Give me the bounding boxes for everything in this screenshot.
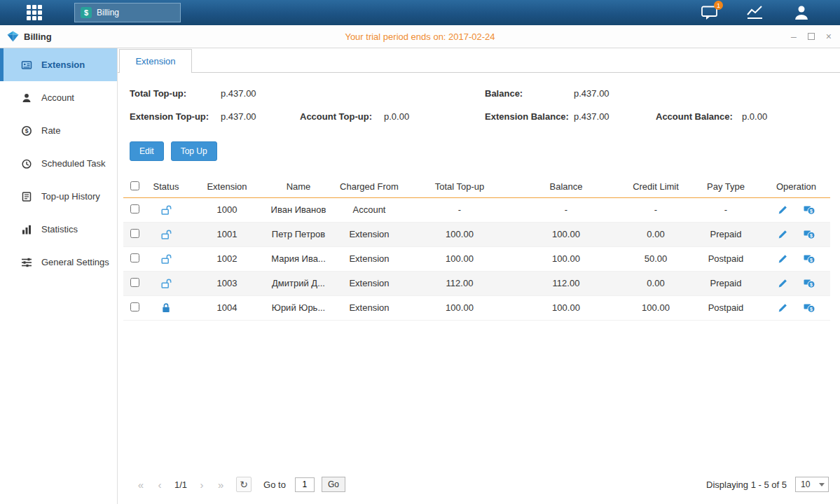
lock-status-icon[interactable] bbox=[160, 277, 172, 288]
sidebar-item-label: Rate bbox=[41, 125, 60, 136]
topup-icon[interactable]: $ bbox=[804, 204, 815, 215]
edit-icon[interactable] bbox=[778, 229, 788, 239]
refresh-icon[interactable]: ↻ bbox=[236, 477, 252, 492]
topbar-right-icons: 1 bbox=[701, 0, 811, 25]
table-header-row: Status Extension Name Charged From Total… bbox=[123, 176, 830, 197]
goto-page-input[interactable] bbox=[295, 477, 315, 492]
cell-pay-type: Prepaid bbox=[689, 222, 762, 246]
first-page-icon[interactable]: « bbox=[133, 477, 149, 492]
page-indicator: 1/1 bbox=[174, 479, 187, 490]
cell-extension: 1000 bbox=[186, 197, 268, 222]
cell-total-topup: 112.00 bbox=[409, 271, 510, 295]
col-operation: Operation bbox=[762, 176, 830, 197]
topup-icon[interactable]: $ bbox=[804, 278, 815, 288]
cell-balance: 100.00 bbox=[510, 246, 622, 271]
top-up-button[interactable]: Top Up bbox=[171, 141, 217, 161]
last-page-icon[interactable]: » bbox=[213, 477, 228, 492]
cell-credit-limit: 0.00 bbox=[622, 222, 689, 246]
sidebar-item-rate[interactable]: $ Rate bbox=[0, 114, 117, 147]
lock-status-icon[interactable] bbox=[160, 302, 172, 312]
sidebar-item-account[interactable]: Account bbox=[0, 81, 117, 114]
tab-extension[interactable]: Extension bbox=[119, 49, 192, 73]
sidebar-item-extension[interactable]: Extension bbox=[0, 48, 117, 81]
sidebar-item-scheduled-task[interactable]: Scheduled Task bbox=[0, 147, 117, 180]
cell-name: Мария Ива... bbox=[268, 246, 329, 271]
cell-credit-limit: 100.00 bbox=[622, 295, 689, 320]
topup-icon[interactable]: $ bbox=[804, 253, 815, 264]
row-checkbox[interactable] bbox=[130, 302, 139, 312]
extension-topup-label: Extension Top-up: bbox=[130, 111, 221, 122]
balance-value: p.437.00 bbox=[574, 88, 656, 99]
bar-chart-icon bbox=[21, 224, 32, 235]
minimize-icon[interactable]: – bbox=[791, 31, 797, 41]
select-all-checkbox[interactable] bbox=[130, 181, 139, 190]
edit-button[interactable]: Edit bbox=[130, 141, 164, 161]
user-account-icon[interactable] bbox=[792, 4, 811, 21]
account-person-icon bbox=[21, 92, 32, 104]
person-icon bbox=[792, 4, 811, 21]
maximize-icon[interactable] bbox=[808, 33, 815, 40]
close-icon[interactable]: × bbox=[826, 31, 832, 41]
svg-text:$: $ bbox=[810, 258, 813, 263]
row-checkbox[interactable] bbox=[130, 278, 139, 287]
content: Total Top-up: p.437.00 Balance: p.437.00… bbox=[118, 73, 840, 504]
summary-panel: Total Top-up: p.437.00 Balance: p.437.00… bbox=[118, 88, 840, 122]
prev-page-icon[interactable]: ‹ bbox=[152, 477, 167, 492]
cell-name: Дмитрий Д... bbox=[268, 271, 329, 295]
cell-credit-limit: 50.00 bbox=[622, 246, 689, 271]
account-topup-label: Account Top-up: bbox=[300, 111, 384, 122]
cell-balance: - bbox=[510, 197, 622, 222]
pagination-footer: « ‹ 1/1 › » ↻ Go to Go Displaying 1 - 5 … bbox=[118, 473, 840, 504]
balance-label: Balance: bbox=[485, 88, 574, 99]
row-checkbox[interactable] bbox=[130, 204, 139, 214]
edit-icon[interactable] bbox=[778, 302, 788, 313]
extension-balance-label: Extension Balance: bbox=[485, 111, 574, 122]
edit-icon[interactable] bbox=[778, 253, 788, 264]
sidebar-item-label: Account bbox=[41, 92, 74, 103]
sidebar-item-general-settings[interactable]: General Settings bbox=[0, 246, 117, 279]
lock-status-icon[interactable] bbox=[160, 228, 172, 239]
table-row: 1003 Дмитрий Д... Extension 112.00 112.0… bbox=[123, 271, 830, 295]
svg-text:$: $ bbox=[810, 307, 813, 312]
cell-pay-type: Postpaid bbox=[689, 246, 762, 271]
lock-status-icon[interactable] bbox=[160, 204, 172, 214]
go-button[interactable]: Go bbox=[322, 477, 345, 492]
account-balance-value: p.0.00 bbox=[742, 111, 840, 122]
cell-total-topup: 100.00 bbox=[409, 295, 510, 320]
topbar: $ Billing 1 bbox=[0, 0, 840, 25]
cell-total-topup: 100.00 bbox=[409, 222, 510, 246]
dollar-icon: $ bbox=[81, 7, 92, 18]
svg-text:$: $ bbox=[25, 127, 29, 134]
page-size-select[interactable]: 10 bbox=[795, 477, 829, 492]
col-extension: Extension bbox=[186, 176, 268, 197]
topup-icon[interactable]: $ bbox=[804, 302, 815, 313]
cell-charged-from: Extension bbox=[329, 222, 409, 246]
topup-icon[interactable]: $ bbox=[804, 229, 815, 239]
clock-icon bbox=[21, 158, 32, 169]
col-name: Name bbox=[268, 176, 329, 197]
ledger-icon bbox=[21, 191, 32, 202]
sidebar-item-label: Statistics bbox=[41, 224, 78, 234]
billing-app-tab[interactable]: $ Billing bbox=[74, 3, 181, 22]
messages-icon[interactable]: 1 bbox=[701, 4, 718, 21]
page-size-value: 10 bbox=[801, 479, 810, 489]
trial-notice: Your trial period ends on: 2017-02-24 bbox=[345, 31, 495, 42]
row-checkbox[interactable] bbox=[130, 253, 139, 262]
edit-icon[interactable] bbox=[778, 204, 788, 215]
apps-grid-icon[interactable] bbox=[27, 5, 42, 20]
sidebar-item-label: Extension bbox=[41, 59, 85, 70]
cell-charged-from: Account bbox=[329, 197, 409, 222]
row-checkbox[interactable] bbox=[130, 229, 139, 238]
table-row: 1000 Иван Иванов Account - - - - $ bbox=[123, 197, 830, 222]
reports-chart-icon[interactable] bbox=[746, 5, 764, 20]
sidebar-item-statistics[interactable]: Statistics bbox=[0, 213, 117, 246]
sidebar-item-topup-history[interactable]: Top-up History bbox=[0, 180, 117, 213]
sidebar-item-label: Scheduled Task bbox=[41, 158, 106, 169]
spacer bbox=[118, 321, 840, 474]
billing-logo-icon bbox=[7, 31, 19, 42]
next-page-icon[interactable]: › bbox=[194, 477, 209, 492]
lock-status-icon[interactable] bbox=[160, 253, 172, 263]
edit-icon[interactable] bbox=[778, 278, 788, 288]
svg-text:$: $ bbox=[810, 209, 813, 214]
goto-label: Go to bbox=[263, 479, 286, 490]
